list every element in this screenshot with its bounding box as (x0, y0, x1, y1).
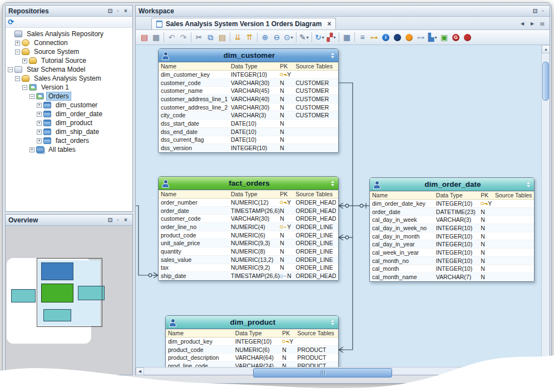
entity-row[interactable]: customer_address_line_2VARCHAR(30)NCUSTO… (159, 103, 338, 112)
tree-item-dim-order-date[interactable]: +dim_order_date (6, 110, 132, 118)
tree-expander-icon[interactable]: − (15, 49, 20, 54)
diagram-canvas[interactable]: ▲ ▼ dim_customerNameData TypePKSource Ta… (136, 45, 550, 367)
collapse-arrows-icon[interactable] (330, 53, 335, 58)
entity-row[interactable]: dss_start_dateDATE(10)N (159, 120, 338, 128)
chart-button[interactable]: ▙▾ (427, 31, 438, 43)
tab-list-icon[interactable]: ▤ (538, 19, 547, 28)
move-up-button[interactable]: ⇈ (244, 31, 255, 43)
tree-item-dim-ship-date[interactable]: +dim_ship_date (6, 127, 132, 136)
entity-dim_customer[interactable]: dim_customerNameData TypePKSource Tables… (158, 48, 339, 153)
paste-button[interactable]: ▤ (216, 31, 228, 43)
copy-button[interactable]: ⧉ (205, 31, 216, 43)
entity-header[interactable]: fact_orders (159, 177, 338, 190)
undo-button[interactable]: ↶ (166, 31, 177, 43)
info-button[interactable]: i (380, 31, 392, 43)
auto-hide-pin-icon[interactable]: ▫ (114, 216, 122, 224)
tree-item-sales-analysis-system[interactable]: −Sales Analysis System (6, 74, 132, 83)
restore-window-icon[interactable]: ⊡ (531, 7, 539, 15)
record-button[interactable] (462, 31, 473, 43)
tree-expander-icon[interactable]: − (15, 76, 20, 81)
minimap-viewport[interactable] (37, 258, 102, 327)
entity-row[interactable]: order_dateTIMESTAMP(26,6)NORDER_HEADER (159, 207, 338, 215)
entity-row[interactable]: cal_monthINTEGER(10)N (370, 265, 534, 274)
key-button[interactable]: ⊶ (368, 31, 380, 43)
tab-scroll-left-icon[interactable]: ◀ (518, 19, 527, 28)
tree-item-version-1[interactable]: −Version 1 (6, 83, 132, 92)
print-button[interactable]: ▦ (150, 31, 162, 43)
export-pdf-button[interactable]: ▤ (138, 31, 150, 43)
entity-row[interactable]: dim_product_keyINTEGER(10)Y (166, 338, 338, 346)
auto-hide-pin-icon[interactable]: ▫ (539, 7, 547, 15)
entity-row[interactable]: order_dateDATETIME(23)N (370, 208, 534, 216)
tree-item-all-tables[interactable]: +All tables (6, 145, 132, 154)
close-icon[interactable]: × (122, 7, 130, 15)
auto-hide-pin-icon[interactable]: ▫ (114, 7, 122, 15)
entity-row[interactable]: dss_end_dateDATE(10)N (159, 128, 338, 136)
entity-row[interactable]: dss_current_flagDATE(10)N (159, 136, 338, 145)
tree-expander-icon[interactable]: − (22, 85, 27, 90)
line-style-button[interactable]: ✎▾ (298, 31, 310, 43)
entity-row[interactable]: city_codeVARCHAR(3)NCUSTOMER (159, 111, 338, 120)
model-diagram-button[interactable]: ▣ (438, 31, 450, 43)
tab-scroll-right-icon[interactable]: ▶ (528, 19, 537, 28)
globe-button[interactable] (392, 31, 403, 43)
layout-options-button[interactable]: ▞▾ (325, 31, 337, 43)
dropdown-arrow-icon[interactable]: ▾ (322, 35, 324, 40)
entity-row[interactable]: cal_day_in_monthINTEGER(10)N (370, 232, 534, 241)
tree-expander-icon[interactable]: + (15, 41, 20, 46)
tree-item-orders[interactable]: −Orders (6, 92, 132, 101)
entity-row[interactable]: dss_versionINTEGER(10)N (159, 144, 338, 152)
tree-expander-icon[interactable]: + (37, 103, 42, 108)
sphere-button[interactable] (403, 31, 415, 43)
entity-header[interactable]: dim_order_date (370, 178, 534, 191)
tree-expander-icon[interactable]: + (37, 138, 42, 143)
tab-close-icon[interactable]: × (327, 20, 331, 28)
entity-row[interactable]: order_numberNUMERIC(12)YORDER_HEADER (159, 199, 338, 207)
entity-row[interactable]: quantityNUMERIC(8)NORDER_LINE (159, 247, 338, 256)
dropdown-arrow-icon[interactable]: ▾ (333, 35, 335, 40)
entity-dim_order_date[interactable]: dim_order_dateNameData TypePKSource Tabl… (369, 177, 535, 282)
tree-expander-icon[interactable]: + (37, 112, 42, 117)
dropdown-arrow-icon[interactable]: ▾ (306, 35, 309, 40)
vertical-scrollbar-thumb[interactable] (542, 62, 549, 101)
zoom-out-button[interactable]: ⊖ (271, 31, 283, 43)
collapse-arrows-icon[interactable] (526, 182, 531, 187)
redo-button[interactable]: ↷ (177, 31, 189, 43)
entity-row[interactable]: cal_day_in_yearINTEGER(10)N (370, 240, 534, 249)
auto-arrange-button[interactable]: ↻▾ (314, 31, 325, 43)
entity-row[interactable]: customer_nameVARCHAR(45)NCUSTOMER (159, 87, 338, 95)
tree-item-dim-customer[interactable]: +dim_customer (6, 101, 132, 110)
entity-row[interactable]: cal_month_noINTEGER(10)N (370, 257, 534, 265)
entity-row[interactable]: ship_dateTIMESTAMP(26,6)NORDER_HEADER (159, 272, 338, 280)
entity-row[interactable]: cal_day_in_week_noINTEGER(10)N (370, 224, 534, 232)
collapse-arrows-icon[interactable] (330, 320, 335, 325)
collapse-arrows-icon[interactable] (330, 181, 335, 186)
scroll-up-icon[interactable]: ▲ (542, 45, 550, 53)
tree-expander-icon[interactable]: − (8, 67, 13, 72)
tree-item-dim-product[interactable]: +dim_product (6, 118, 132, 127)
tree-expander-icon[interactable]: + (22, 58, 27, 63)
refresh-icon[interactable]: ⟳ (8, 18, 14, 26)
move-down-button[interactable]: ⇊ (232, 31, 244, 43)
entity-row[interactable]: sales_valueNUMERIC(13,2)NORDER_LINE (159, 256, 338, 264)
vertical-scrollbar[interactable]: ▲ ▼ (541, 45, 550, 367)
tree-item-fact-orders[interactable]: +fact_orders (6, 136, 132, 145)
entity-row[interactable]: order_line_noNUMERIC(4)YORDER_LINE (159, 223, 338, 231)
zoom-select-button[interactable]: ⊙▾ (283, 31, 294, 43)
tree-item-source-system[interactable]: −Source System (6, 47, 132, 56)
restore-window-icon[interactable]: ⊡ (106, 7, 114, 15)
entity-row[interactable]: customer_codeVARCHAR(30)NCUSTOMER (159, 79, 338, 87)
entity-row[interactable]: dim_order_date_keyINTEGER(10)Y (370, 200, 534, 208)
find-key-button[interactable]: ⊶ (415, 31, 427, 43)
entity-row[interactable]: cal_week_in_yearINTEGER(10)N (370, 249, 534, 257)
tree-expander-icon[interactable]: + (37, 121, 42, 126)
entity-row[interactable]: unit_sale_priceNUMERIC(9,3)NORDER_LINE (159, 239, 338, 247)
zoom-in-button[interactable]: ⊕ (259, 31, 271, 43)
hierarchy-button[interactable]: ≡ (357, 31, 368, 43)
entity-row[interactable]: cal_day_in_weekVARCHAR(3)N (370, 216, 534, 224)
dropdown-arrow-icon[interactable]: ▾ (291, 35, 293, 40)
close-icon[interactable]: × (122, 216, 130, 224)
tree-item-connection[interactable]: +Connection (6, 38, 132, 47)
cut-button[interactable]: ✂ (193, 31, 205, 43)
entity-row[interactable]: customer_address_line_1VARCHAR(40)NCUSTO… (159, 95, 338, 103)
